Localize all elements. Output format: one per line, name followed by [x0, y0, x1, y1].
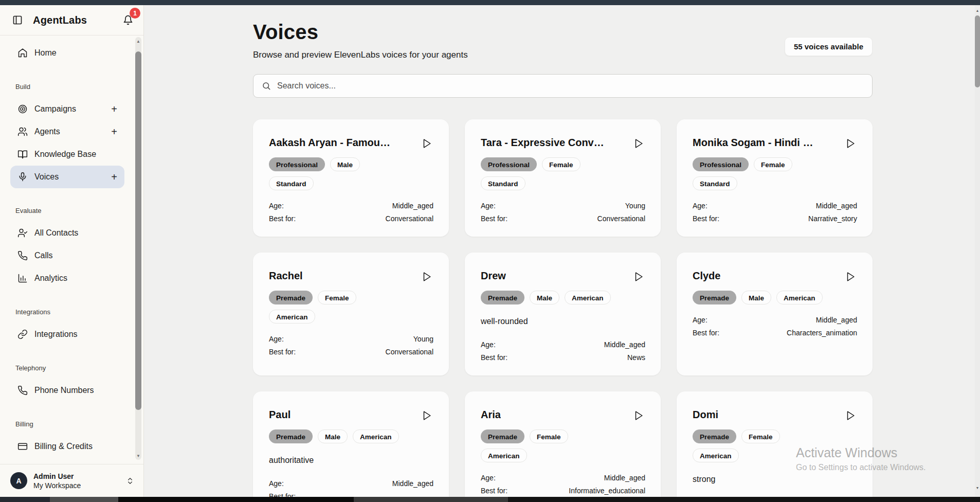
- user-check-icon: [17, 228, 28, 238]
- taskbar-segment: [508, 497, 980, 502]
- sidebar-item-all-contacts[interactable]: All Contacts: [10, 222, 124, 244]
- search-bar[interactable]: [253, 74, 873, 98]
- badge-female: Female: [318, 291, 356, 304]
- window-scrollbar[interactable]: ▲ ▼: [975, 5, 980, 497]
- voices-grid: Aakash Aryan - Famou…ProfessionalMaleSta…: [253, 119, 873, 497]
- voice-badges: PremadeFemaleAmerican: [481, 429, 645, 462]
- voice-card-aria[interactable]: AriaPremadeFemaleAmericanAge:Middle_aged…: [465, 391, 661, 497]
- sidebar-item-billing-credits[interactable]: Billing & Credits: [10, 435, 124, 458]
- age-label: Age:: [269, 333, 284, 346]
- sidebar-scrollbar[interactable]: ▲ ▼: [135, 37, 141, 460]
- sidebar-item-label: Integrations: [34, 330, 78, 339]
- sidebar-item-home[interactable]: Home: [10, 42, 124, 64]
- voice-meta: Age:YoungBest for:Conversational: [481, 200, 645, 225]
- sidebar-item-calls[interactable]: Calls: [10, 244, 124, 267]
- age-value: Middle_aged: [816, 314, 857, 327]
- add-campaigns-button[interactable]: +: [111, 103, 117, 115]
- age-label: Age:: [693, 314, 707, 327]
- badge-standard: Standard: [693, 176, 737, 190]
- age-label: Age:: [693, 200, 707, 212]
- nav-section-label-integrations: Integrations: [15, 308, 128, 316]
- badge-male: Male: [741, 291, 771, 304]
- sidebar-item-campaigns[interactable]: Campaigns+: [10, 98, 124, 120]
- best-for-label: Best for:: [693, 212, 719, 225]
- play-icon: [421, 138, 432, 149]
- sidebar-scrollbar-thumb[interactable]: [135, 51, 141, 410]
- best-for-label: Best for:: [693, 327, 719, 339]
- play-voice-button[interactable]: [842, 135, 859, 152]
- play-voice-button[interactable]: [418, 407, 435, 424]
- badge-premade: Premade: [269, 291, 313, 304]
- window-scrollbar-thumb[interactable]: [975, 15, 980, 87]
- sidebar-item-voices[interactable]: Voices+: [10, 166, 124, 188]
- age-value: Young: [625, 200, 645, 212]
- age-value: Middle_aged: [604, 472, 645, 485]
- play-voice-button[interactable]: [630, 268, 647, 285]
- sidebar-item-phone-numbers[interactable]: Phone Numbers: [10, 379, 124, 402]
- voice-badges: ProfessionalFemaleStandard: [481, 157, 645, 190]
- badge-american: American: [481, 449, 527, 462]
- badge-american: American: [565, 291, 611, 304]
- voice-card-clyde[interactable]: ClydePremadeMaleAmericanAge:Middle_agedB…: [677, 253, 873, 375]
- chart-icon: [17, 273, 28, 283]
- search-input[interactable]: [277, 81, 864, 91]
- badge-female: Female: [542, 157, 580, 171]
- badge-premade: Premade: [481, 429, 524, 443]
- sidebar-item-knowledge-base[interactable]: Knowledge Base: [10, 143, 124, 166]
- voice-card-rachel[interactable]: RachelPremadeFemaleAmericanAge:YoungBest…: [253, 253, 449, 375]
- badge-male: Male: [318, 429, 348, 443]
- voice-card-aakash-aryan-famou[interactable]: Aakash Aryan - Famou…ProfessionalMaleSta…: [253, 119, 449, 237]
- play-voice-button[interactable]: [418, 135, 435, 152]
- add-voices-button[interactable]: +: [111, 171, 117, 183]
- taskbar-segment: [50, 497, 118, 502]
- sidebar-item-analytics[interactable]: Analytics: [10, 267, 124, 290]
- voice-badges: ProfessionalMaleStandard: [269, 157, 433, 190]
- voice-badges: PremadeFemaleAmerican: [269, 291, 433, 324]
- app-window: AgentLabs 1 HomeBuildCampaigns+Agents+Kn…: [0, 5, 980, 497]
- voice-card-monika-sogam-hindi[interactable]: Monika Sogam - Hindi …ProfessionalFemale…: [677, 119, 873, 237]
- play-voice-button[interactable]: [418, 268, 435, 285]
- notifications-button[interactable]: 1: [122, 14, 134, 26]
- best-for-value: News: [627, 351, 645, 364]
- sidebar-item-agents[interactable]: Agents+: [10, 120, 124, 143]
- play-voice-button[interactable]: [630, 407, 647, 424]
- voice-meta: Age:Middle_agedBest for:Conversational: [269, 200, 433, 225]
- best-for-value: Narrative_story: [808, 212, 857, 225]
- home-icon: [17, 48, 28, 58]
- voice-card-drew[interactable]: DrewPremadeMaleAmericanwell-roundedAge:M…: [465, 253, 661, 375]
- scroll-up-arrow-icon[interactable]: ▲: [975, 7, 980, 13]
- windows-taskbar[interactable]: [0, 497, 980, 502]
- voice-meta: Age:Middle_agedBest for:Characters_anima…: [693, 314, 857, 339]
- voice-card-domi[interactable]: DomiPremadeFemaleAmericanstrongAge:Best …: [677, 391, 873, 497]
- window-top-bar: [0, 0, 980, 5]
- scroll-down-arrow-icon[interactable]: ▼: [975, 485, 980, 491]
- mic-icon: [17, 172, 28, 182]
- sidebar-item-label: Billing & Credits: [34, 442, 93, 451]
- panel-toggle-icon[interactable]: [12, 15, 23, 25]
- play-voice-button[interactable]: [630, 135, 647, 152]
- sidebar-item-label: Voices: [34, 172, 59, 182]
- link-icon: [17, 329, 28, 339]
- play-voice-button[interactable]: [842, 268, 859, 285]
- voice-card-paul[interactable]: PaulPremadeMaleAmericanauthoritativeAge:…: [253, 391, 449, 497]
- badge-american: American: [269, 310, 315, 324]
- best-for-label: Best for:: [481, 351, 507, 364]
- badge-american: American: [353, 429, 399, 443]
- play-voice-button[interactable]: [842, 407, 859, 424]
- workspace-switcher[interactable]: A Admin User My Workspace: [0, 464, 143, 497]
- sidebar-item-integrations[interactable]: Integrations: [10, 323, 124, 346]
- voice-card-tara-expressive-conv[interactable]: Tara - Expressive Conv…ProfessionalFemal…: [465, 119, 661, 237]
- scroll-down-arrow-icon[interactable]: ▼: [135, 453, 141, 459]
- add-agents-button[interactable]: +: [111, 126, 117, 138]
- age-value: Middle_aged: [604, 338, 645, 351]
- badge-professional: Professional: [693, 157, 749, 171]
- play-icon: [633, 410, 644, 421]
- voice-description: authoritative: [269, 456, 433, 465]
- voice-meta: Age:YoungBest for:Conversational: [269, 333, 433, 358]
- age-label: Age:: [481, 338, 496, 351]
- taskbar-segment: [118, 497, 354, 502]
- voice-badges: PremadeMaleAmerican: [481, 291, 645, 304]
- badge-female: Female: [754, 157, 792, 171]
- voice-name: Aakash Aryan - Famou…: [269, 137, 390, 149]
- scroll-up-arrow-icon[interactable]: ▲: [135, 38, 141, 44]
